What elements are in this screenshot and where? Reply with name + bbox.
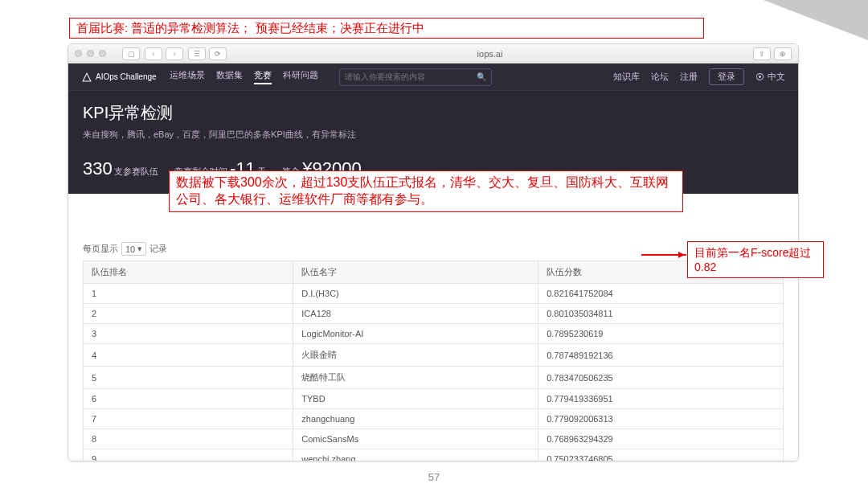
cell-rank: 7 <box>84 409 293 429</box>
browser-chrome: ▢ ‹ › ☰ ⟳ iops.ai ⇪ ⊕ <box>68 44 798 64</box>
nav-right: 知识库 论坛 注册 登录 ⦿ 中文 <box>613 68 785 85</box>
cell-score: 0.7895230619 <box>538 324 784 344</box>
nav-search: 请输入你要搜索的内容 🔍 <box>339 68 492 86</box>
page-subtitle: 来自搜狗，腾讯，eBay，百度，阿里巴巴的多条KPI曲线，有异常标注 <box>83 129 784 141</box>
logo-text: AIOps Challenge <box>96 72 157 81</box>
nav-link-forum[interactable]: 论坛 <box>651 71 669 83</box>
language-label: 中文 <box>768 71 785 83</box>
teams-count-label: 支参赛队伍 <box>114 166 158 176</box>
reader-button[interactable]: ☰ <box>188 47 206 60</box>
cell-score: 0.768963294329 <box>538 429 784 449</box>
nav-link-competition[interactable]: 竞赛 <box>254 69 272 84</box>
search-icon: 🔍 <box>477 72 486 81</box>
cell-rank: 8 <box>84 429 293 449</box>
table-row: 7zhangchuang0.779092006313 <box>84 409 784 429</box>
tabs-button[interactable]: ⊕ <box>774 47 792 60</box>
cell-name: ComicSansMs <box>293 429 538 449</box>
address-bar[interactable]: iops.ai <box>231 49 748 59</box>
cell-score: 0.779092006313 <box>538 409 784 429</box>
per-page-prefix: 每页显示 <box>83 243 118 255</box>
leaderboard-section: 每页显示 10 ▾ 记录 队伍排名 队伍名字 队伍分数 <box>68 194 798 461</box>
globe-icon: ⦿ <box>755 72 764 82</box>
cell-rank: 6 <box>84 389 293 409</box>
per-page-suffix: 记录 <box>149 243 167 255</box>
nav-link-scenario[interactable]: 运维场景 <box>170 69 205 84</box>
table-row: 8ComicSansMs0.768963294329 <box>84 429 784 449</box>
cell-score: 0.783470506235 <box>538 367 784 389</box>
page-title: KPI异常检测 <box>83 102 784 124</box>
per-page-value: 10 <box>125 244 135 254</box>
cell-name: LogicMonitor-AI <box>293 324 538 344</box>
table-row: 2ICA1280.801035034811 <box>84 304 784 324</box>
nav-link-research[interactable]: 科研问题 <box>283 69 318 84</box>
cell-rank: 4 <box>84 344 293 367</box>
leaderboard-table: 队伍排名 队伍名字 队伍分数 1D.I.(H3C)0.8216417520842… <box>83 260 784 461</box>
table-row: 1D.I.(H3C)0.821641752084 <box>84 284 784 304</box>
sidebar-toggle-button[interactable]: ▢ <box>122 47 140 60</box>
window-close-dot[interactable] <box>75 50 82 57</box>
table-header-row: 队伍排名 队伍名字 队伍分数 <box>84 261 784 284</box>
top-annotation: 首届比赛: 普适的异常检测算法； 预赛已经结束；决赛正在进行中 <box>69 18 704 39</box>
right-annotation: 目前第一名F-score超过0.82 <box>687 241 824 278</box>
cell-rank: 5 <box>84 367 293 389</box>
forward-button[interactable]: › <box>166 47 183 60</box>
cell-name: 火眼金睛 <box>293 344 538 367</box>
share-button[interactable]: ⇪ <box>753 47 771 60</box>
cell-rank: 3 <box>84 324 293 344</box>
cell-name: D.I.(H3C) <box>293 284 538 304</box>
cell-score: 0.779419336951 <box>538 389 784 409</box>
cell-name: zhangchuang <box>293 409 538 429</box>
teams-count-value: 330 <box>83 158 113 178</box>
per-page-select[interactable]: 10 ▾ <box>121 242 146 256</box>
nav-link-knowledge[interactable]: 知识库 <box>613 71 640 83</box>
cell-rank: 1 <box>84 284 293 304</box>
cell-name: TYBD <box>293 389 538 409</box>
reload-button[interactable]: ⟳ <box>209 47 227 60</box>
cell-name: wenchi zhang <box>293 449 538 461</box>
search-placeholder: 请输入你要搜索的内容 <box>345 72 425 83</box>
cell-rank: 2 <box>84 304 293 324</box>
table-body: 1D.I.(H3C)0.8216417520842ICA1280.8010350… <box>84 284 784 461</box>
language-switch[interactable]: ⦿ 中文 <box>755 71 785 83</box>
search-input[interactable]: 请输入你要搜索的内容 🔍 <box>339 68 492 86</box>
cell-name: 烧酷特工队 <box>293 367 538 389</box>
table-row: 9wenchi zhang0.750233746805 <box>84 449 784 461</box>
nav-link-dataset[interactable]: 数据集 <box>216 69 243 84</box>
cell-score: 0.821641752084 <box>538 284 784 304</box>
col-team: 队伍名字 <box>293 261 538 284</box>
table-row: 3LogicMonitor-AI0.7895230619 <box>84 324 784 344</box>
register-link[interactable]: 注册 <box>680 71 698 83</box>
top-navigation: AIOps Challenge 运维场景 数据集 竞赛 科研问题 请输入你要搜索… <box>68 64 798 91</box>
cell-rank: 9 <box>84 449 293 461</box>
arrow-annotation <box>641 254 686 256</box>
cell-score: 0.787489192136 <box>538 344 784 367</box>
cell-score: 0.801035034811 <box>538 304 784 324</box>
site-logo[interactable]: AIOps Challenge <box>81 72 157 83</box>
slide-page-number: 57 <box>0 471 868 483</box>
middle-annotation: 数据被下载300余次，超过130支队伍正式报名，清华、交大、复旦、国防科大、互联… <box>169 170 683 212</box>
logo-icon <box>81 72 92 83</box>
window-max-dot[interactable] <box>99 50 106 57</box>
window-min-dot[interactable] <box>87 50 94 57</box>
login-button[interactable]: 登录 <box>709 68 744 85</box>
back-button[interactable]: ‹ <box>145 47 162 60</box>
slide-corner-decoration <box>764 0 868 40</box>
table-row: 5烧酷特工队0.783470506235 <box>84 367 784 389</box>
cell-score: 0.750233746805 <box>538 449 784 461</box>
cell-name: ICA128 <box>293 304 538 324</box>
chevron-down-icon: ▾ <box>137 244 142 254</box>
nav-links: 运维场景 数据集 竞赛 科研问题 <box>170 69 318 84</box>
table-row: 6TYBD0.779419336951 <box>84 389 784 409</box>
table-row: 4火眼金睛0.787489192136 <box>84 344 784 367</box>
col-rank: 队伍排名 <box>84 261 293 284</box>
